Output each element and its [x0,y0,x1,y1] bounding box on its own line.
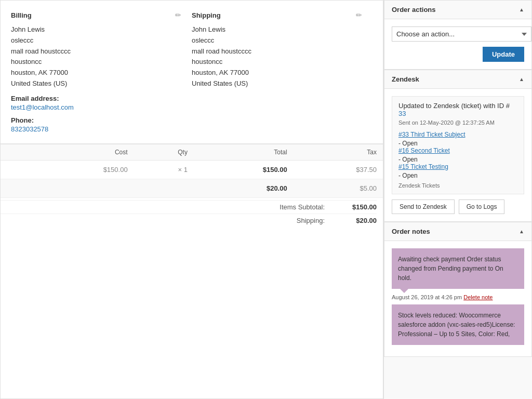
zendesk-body: Updated to Zendesk (ticket) with ID # 33… [384,89,531,221]
zendesk-ticket-1[interactable]: #33 Third Ticket Subject [398,131,517,138]
col-total: Total [194,144,294,160]
billing-phone[interactable]: 8323032578 [11,125,48,133]
billing-address1: mall road houstcccc [11,46,181,57]
shipping-value: $20.00 [335,217,377,224]
billing-email[interactable]: test1@localhost.com [11,103,74,111]
order-notes-panel: Order notes ▲ Awaiting check payment Ord… [384,222,532,357]
update-btn-row: Update [392,47,524,62]
shipping-address2: houstoncc [192,57,362,68]
note-1-date: August 26, 2019 at 4:26 pm [392,294,462,300]
right-sidebar: Order actions ▲ Choose an action... Emai… [383,0,532,399]
zendesk-ticket-3[interactable]: #15 Ticket Testing [398,163,517,170]
order-note-1-text: Awaiting check payment Order status chan… [398,256,503,282]
shipping-section: Shipping ✏ John Lewis osleccc mall road … [192,11,373,133]
item-qty: × 1 [134,160,194,179]
action-select-row: Choose an action... Email invoice / orde… [392,26,524,42]
order-notes-header: Order notes ▲ [384,222,531,241]
order-notes-title: Order notes [392,228,430,235]
go-to-logs-button[interactable]: Go to Logs [459,200,505,214]
zendesk-info-box: Updated to Zendesk (ticket) with ID # 33… [392,96,524,194]
col-qty: Qty [134,144,194,160]
order-actions-toggle[interactable]: ▲ [519,7,524,12]
billing-title: Billing [11,11,32,19]
zendesk-ticket-id-link[interactable]: 33 [398,110,406,117]
order-note-1: Awaiting check payment Order status chan… [392,248,524,289]
zendesk-updated-prefix: Updated to Zendesk (ticket) with ID # [398,102,510,110]
col-tax: Tax [294,144,383,160]
item-tax: $37.50 [294,160,383,179]
summary-items-subtotal-row: Items Subtotal: $150.00 [1,200,377,214]
order-items-table: Cost Qty Total Tax $150.00 × 1 $150.00 $… [1,144,383,198]
billing-edit-icon[interactable]: ✏ [175,11,181,19]
table-row: $150.00 × 1 $150.00 $37.50 [1,160,383,179]
shipping-name: John Lewis [192,24,362,35]
zendesk-ticket-3-status: - Open [398,172,418,179]
order-actions-header: Order actions ▲ [384,1,531,19]
shipping-label: Shipping: [297,217,325,224]
col-cost: Cost [34,144,134,160]
zendesk-header: Zendesk ▲ [384,70,531,89]
zendesk-btn-row: Send to Zendesk Go to Logs [392,200,524,214]
zendesk-toggle[interactable]: ▲ [519,76,524,82]
zendesk-panel: Zendesk ▲ Updated to Zendesk (ticket) wi… [384,70,532,222]
item-cost: $150.00 [34,160,134,179]
billing-section: Billing ✏ John Lewis osleccc mall road h… [11,11,192,133]
extra-qty [134,179,194,197]
zendesk-sent-time: Sent on 12-May-2020 @ 12:37:25 AM [398,119,517,126]
summary-shipping-row: Shipping: $20.00 [1,214,377,227]
billing-name: John Lewis [11,24,181,35]
billing-country: United States (US) [11,78,181,89]
zendesk-ticket-2-status: - Open [398,156,418,163]
table-row-extra: $20.00 $5.00 [1,179,383,197]
zendesk-ticket-2[interactable]: #16 Second Ticket [398,147,517,154]
billing-shipping-section: Billing ✏ John Lewis osleccc mall road h… [1,1,383,144]
zendesk-title: Zendesk [392,75,419,83]
items-subtotal-value: $150.00 [335,203,377,211]
table-header-row: Cost Qty Total Tax [1,144,383,160]
zendesk-tickets-label: Zendesk Tickets [398,182,517,189]
shipping-title: Shipping [192,11,221,19]
col-item [1,144,34,160]
update-button[interactable]: Update [483,47,524,62]
send-to-zendesk-button[interactable]: Send to Zendesk [392,200,455,214]
extra-item-name [1,179,34,197]
shipping-country: United States (US) [192,78,362,89]
extra-tax: $5.00 [294,179,383,197]
billing-city-state-zip: houston, AK 77000 [11,68,181,78]
order-summary: Items Subtotal: $150.00 Shipping: $20.00 [1,198,383,227]
order-items-table-wrapper: Cost Qty Total Tax $150.00 × 1 $150.00 $… [1,144,383,198]
billing-phone-label: Phone: [11,116,181,124]
shipping-address1: mall road houstcccc [192,46,362,57]
item-name [1,160,34,179]
billing-email-label: Email address: [11,95,181,102]
billing-address2: houstoncc [11,57,181,68]
order-action-select[interactable]: Choose an action... Email invoice / orde… [392,26,531,42]
extra-total: $20.00 [194,179,294,197]
shipping-city-state-zip: houston, AK 77000 [192,68,362,78]
delete-note-1-link[interactable]: Delete note [463,294,493,300]
order-notes-toggle[interactable]: ▲ [519,229,524,234]
extra-cost [34,179,134,197]
order-note-2-text: Stock levels reduced: Woocommerce salesf… [398,312,515,338]
shipping-company: osleccc [192,35,362,46]
items-subtotal-label: Items Subtotal: [280,203,325,211]
order-note-2: Stock levels reduced: Woocommerce salesf… [392,304,524,345]
zendesk-ticket-id-line: Updated to Zendesk (ticket) with ID # 33 [398,102,517,117]
zendesk-ticket-1-status: - Open [398,140,418,147]
order-notes-body: Awaiting check payment Order status chan… [384,241,531,356]
order-note-1-meta: August 26, 2019 at 4:26 pm Delete note [392,294,524,300]
item-total: $150.00 [194,160,294,179]
billing-company: osleccc [11,35,181,46]
order-actions-panel: Order actions ▲ Choose an action... Emai… [384,0,532,70]
order-actions-title: Order actions [392,6,436,14]
order-actions-body: Choose an action... Email invoice / orde… [384,19,531,69]
shipping-edit-icon[interactable]: ✏ [356,11,362,19]
main-content: Billing ✏ John Lewis osleccc mall road h… [0,0,383,399]
